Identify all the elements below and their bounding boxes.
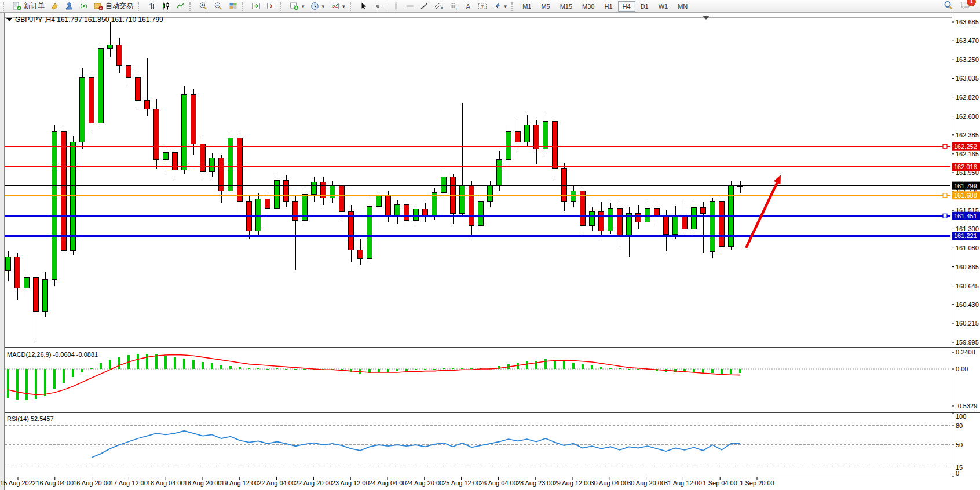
time-axis-label: 23 Aug 12:00 bbox=[332, 480, 370, 487]
text-icon: A bbox=[465, 2, 472, 10]
horizontal-line-button[interactable] bbox=[403, 1, 417, 12]
text-button[interactable]: A bbox=[462, 1, 475, 12]
candlestick-chart-button[interactable] bbox=[159, 1, 173, 12]
candle bbox=[515, 132, 521, 142]
price-tag-label: 161.221 bbox=[954, 232, 977, 239]
candle bbox=[386, 196, 391, 217]
candle bbox=[349, 211, 354, 250]
zoom-out-button[interactable] bbox=[211, 1, 226, 12]
timeframe-button-M5[interactable]: M5 bbox=[536, 1, 554, 12]
new-order-label: 新订单 bbox=[24, 1, 45, 11]
line-handle[interactable] bbox=[943, 214, 947, 218]
candle bbox=[488, 186, 493, 202]
chart-shift-button[interactable] bbox=[264, 1, 279, 12]
channel-button[interactable]: E bbox=[432, 1, 447, 12]
timeframe-button-M30[interactable]: M30 bbox=[577, 1, 599, 12]
time-axis-label: 29 Aug 12:00 bbox=[554, 480, 591, 487]
candle bbox=[599, 211, 604, 231]
zoom-in-icon bbox=[199, 2, 208, 10]
candle bbox=[469, 186, 474, 226]
price-axis-label: 163.470 bbox=[956, 37, 979, 44]
bar-chart-icon bbox=[147, 2, 156, 10]
candle bbox=[237, 138, 243, 201]
price-axis-label: 163.685 bbox=[956, 19, 979, 25]
periods-button[interactable]: ▾ bbox=[308, 1, 328, 12]
time-axis-label: 22 Aug 20:00 bbox=[295, 480, 332, 487]
candle bbox=[126, 66, 131, 78]
time-axis-label: 30 Aug 20:00 bbox=[627, 480, 665, 487]
candle bbox=[701, 207, 706, 214]
community-icon bbox=[65, 2, 74, 10]
candle bbox=[525, 125, 530, 142]
candle bbox=[506, 132, 511, 160]
candle bbox=[15, 257, 20, 288]
new-order-button[interactable]: 新订单 bbox=[9, 1, 47, 12]
trendline-button[interactable] bbox=[417, 1, 432, 12]
candle bbox=[98, 49, 104, 123]
candle bbox=[154, 109, 159, 160]
svg-text:F: F bbox=[456, 7, 458, 10]
bar-chart-button[interactable] bbox=[144, 1, 159, 12]
price-axis-label: 160.645 bbox=[956, 283, 979, 290]
rsi-axis-label: 50 bbox=[956, 441, 963, 448]
candle bbox=[136, 77, 141, 101]
tile-windows-button[interactable] bbox=[226, 1, 240, 12]
timeframe-button-M1[interactable]: M1 bbox=[518, 1, 536, 12]
candlestick-chart-icon bbox=[162, 2, 170, 10]
marker-button[interactable] bbox=[47, 1, 62, 12]
indicators-button[interactable]: ▾ bbox=[287, 1, 308, 12]
templates-button[interactable]: ▾ bbox=[327, 1, 348, 12]
candle bbox=[645, 208, 650, 222]
arrows-button[interactable]: ▾ bbox=[490, 1, 510, 12]
price-axis-label: 163.250 bbox=[956, 56, 979, 63]
price-axis-label: 161.080 bbox=[956, 244, 979, 251]
svg-text:T: T bbox=[481, 4, 484, 9]
candle bbox=[275, 181, 280, 209]
auto-scroll-button[interactable] bbox=[248, 1, 264, 12]
time-axis-label: 15 Aug 2022 bbox=[0, 480, 36, 487]
fibonacci-button[interactable]: F bbox=[447, 1, 462, 12]
timeframe-button-D1[interactable]: D1 bbox=[636, 1, 653, 12]
candle bbox=[182, 94, 187, 170]
candle bbox=[191, 94, 196, 144]
arrows-icon bbox=[493, 2, 502, 10]
timeframe-button-H1[interactable]: H1 bbox=[600, 1, 617, 12]
candle bbox=[71, 142, 76, 251]
toolbar-grip bbox=[138, 2, 142, 11]
candle bbox=[636, 213, 641, 222]
candle bbox=[682, 215, 688, 229]
autotrading-button[interactable]: 自动交易 bbox=[91, 1, 136, 12]
search-icon[interactable] bbox=[944, 1, 953, 12]
timeframe-button-M15[interactable]: M15 bbox=[555, 1, 577, 12]
crosshair-button[interactable] bbox=[371, 1, 385, 12]
line-chart-button[interactable] bbox=[173, 1, 188, 12]
toolbar-grip bbox=[3, 2, 7, 11]
line-handle[interactable] bbox=[943, 193, 947, 198]
zoom-in-button[interactable] bbox=[196, 1, 211, 12]
time-axis-label: 22 Aug 04:00 bbox=[258, 480, 295, 487]
price-axis-label: 163.035 bbox=[956, 75, 979, 82]
mt4-window: 新订单 自动交易 bbox=[0, 0, 980, 490]
line-handle[interactable] bbox=[943, 144, 947, 148]
rsi-axis-label: 80 bbox=[956, 422, 963, 429]
candle bbox=[89, 77, 94, 123]
vertical-line-button[interactable] bbox=[389, 1, 403, 12]
candle bbox=[497, 160, 502, 186]
candle bbox=[145, 101, 150, 109]
notifications-button[interactable]: 1 bbox=[960, 1, 971, 12]
rsi-label: RSI(14) 52.5457 bbox=[7, 415, 54, 422]
timeframe-button-MN[interactable]: MN bbox=[673, 1, 692, 12]
label-button[interactable]: T bbox=[475, 1, 490, 12]
chart-canvas[interactable]: 163.685163.470163.250163.035162.820162.6… bbox=[0, 13, 980, 490]
time-axis-label: 30 Aug 04:00 bbox=[590, 480, 628, 487]
toolbar-separator bbox=[387, 2, 387, 11]
toolbar-grip bbox=[350, 2, 354, 11]
timeframe-button-W1[interactable]: W1 bbox=[654, 1, 673, 12]
timeframe-button-H4[interactable]: H4 bbox=[618, 1, 635, 12]
signals-button[interactable] bbox=[76, 1, 91, 12]
community-button[interactable] bbox=[62, 1, 76, 12]
price-axis-label: 162.165 bbox=[956, 151, 979, 158]
macd-axis-label: -0.5329 bbox=[956, 403, 977, 409]
cursor-button[interactable] bbox=[356, 1, 371, 12]
candle bbox=[52, 132, 57, 280]
